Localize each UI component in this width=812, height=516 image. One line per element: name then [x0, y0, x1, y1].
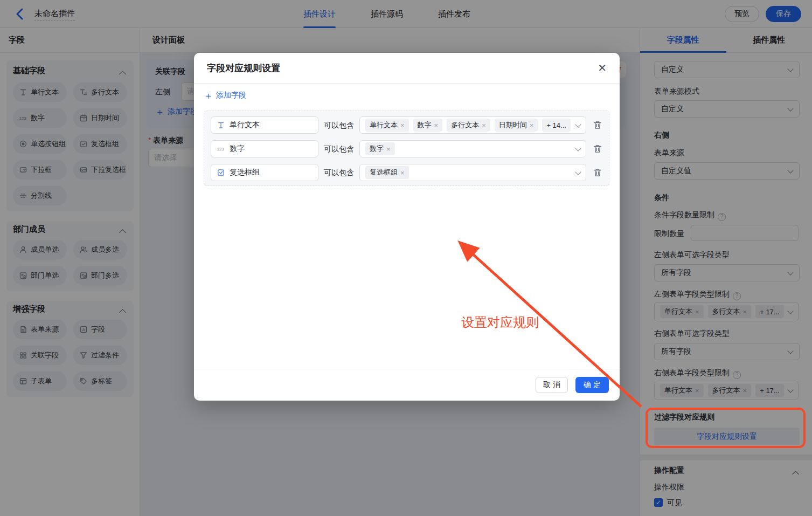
rule-row: 复选框组 可以包含 复选框组× [211, 164, 602, 181]
delete-rule-button[interactable] [593, 120, 602, 130]
tag-more: + 14... [542, 119, 571, 132]
modal-title: 字段对应规则设置 [207, 62, 280, 74]
svg-text:123: 123 [217, 147, 225, 152]
field-rule-modal: 字段对应规则设置 ✕ ＋添加字段 单行文本 可以包含 单行文本× 数字× 多行文… [194, 53, 620, 401]
tag-remove-icon[interactable]: × [400, 169, 405, 176]
tag: 数字× [413, 119, 443, 132]
rule-field-select[interactable]: 单行文本 [211, 116, 318, 134]
tag: 多行文本× [447, 119, 490, 132]
chevron-down-icon [575, 169, 581, 175]
tag: 单行文本× [365, 119, 409, 132]
modal-footer: 取 消 确 定 [194, 369, 620, 401]
tag: 数字× [365, 142, 395, 155]
tag-remove-icon[interactable]: × [530, 122, 534, 129]
ok-button[interactable]: 确 定 [575, 377, 609, 393]
annotation-text: 设置对应规则 [461, 314, 539, 331]
contain-label: 可以包含 [324, 168, 354, 177]
rule-row: 单行文本 可以包含 单行文本× 数字× 多行文本× 日期时间× + 14... [211, 116, 602, 134]
tag: 复选框组× [365, 166, 409, 179]
rule-rows-panel: 单行文本 可以包含 单行文本× 数字× 多行文本× 日期时间× + 14... … [204, 111, 609, 186]
rule-field-select[interactable]: 复选框组 [211, 164, 318, 181]
rule-row: 123数字 可以包含 数字× [211, 140, 602, 157]
text-single-icon [217, 121, 225, 129]
number-icon: 123 [217, 145, 225, 153]
modal-add-field-link[interactable]: ＋添加字段 [204, 91, 246, 100]
close-icon[interactable]: ✕ [598, 63, 607, 73]
contain-label: 可以包含 [324, 145, 354, 153]
tag-remove-icon[interactable]: × [482, 122, 486, 129]
plugin-designer: 未命名插件 插件设计 插件源码 插件发布 预览 保存 字段 基础字段 单行文本 … [0, 0, 812, 516]
delete-rule-button[interactable] [593, 168, 602, 177]
rule-field-select[interactable]: 123数字 [211, 140, 318, 157]
chevron-down-icon [575, 121, 581, 127]
rule-tags-select[interactable]: 数字× [359, 140, 586, 157]
delete-rule-button[interactable] [593, 144, 602, 154]
tag-remove-icon[interactable]: × [386, 146, 391, 153]
tag-remove-icon[interactable]: × [400, 122, 405, 129]
rule-tags-select[interactable]: 复选框组× [359, 164, 586, 181]
chevron-down-icon [575, 145, 581, 151]
contain-label: 可以包含 [324, 121, 354, 129]
cancel-button[interactable]: 取 消 [536, 377, 568, 393]
rule-tags-select[interactable]: 单行文本× 数字× 多行文本× 日期时间× + 14... [359, 116, 586, 134]
tag: 日期时间× [495, 119, 538, 132]
checkbox-group-icon [217, 168, 225, 177]
tag-remove-icon[interactable]: × [434, 122, 439, 129]
